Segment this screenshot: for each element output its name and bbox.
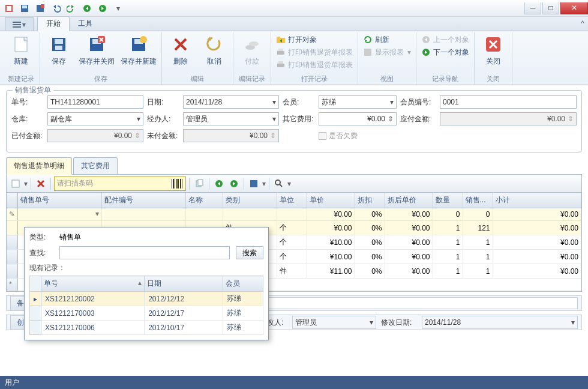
chevron-down-icon[interactable]: ▾ [390,98,394,106]
cell[interactable]: 0% [355,208,385,221]
col-sale-no[interactable]: 销售单号 [17,193,101,208]
cell[interactable]: ¥0.00 [307,208,355,221]
lookup-popup: 类型: 销售单 查找: 搜索 现有记录： 单号 ▴日期会员 ▸XS1212120… [24,227,269,340]
group-close-label: 关闭 [487,73,500,85]
minimize-button[interactable]: ─ [524,2,541,14]
col-name[interactable]: 名称 [185,193,223,208]
qat-next-icon[interactable] [96,2,109,14]
close-button[interactable]: 关闭 [477,32,509,72]
col-disc[interactable]: 折扣 [355,193,385,208]
refresh-label: 刷新 [375,35,389,45]
svg-rect-36 [175,179,175,188]
qat-save-icon[interactable] [18,2,31,14]
qat-dropdown-icon[interactable]: ▾ [112,2,125,14]
subtab-detail[interactable]: 销售退货单明细 [6,157,72,175]
refresh-button[interactable]: 刷新 [361,34,413,46]
input-paid: ¥0.00⇕ [47,129,143,142]
cell[interactable]: ¥0.00 [493,208,581,221]
popup-col-date[interactable]: 日期 [145,276,223,292]
new-button[interactable]: 新建 [5,32,37,72]
col-sale[interactable]: 销售... [463,193,493,208]
input-member-no[interactable]: 0001 [440,95,577,109]
col-qty[interactable]: 数量 [433,193,463,208]
grid-find-button[interactable] [272,177,286,190]
subtab-otherfee[interactable]: 其它费用 [73,157,118,174]
popup-type-label: 类型: [29,232,53,243]
group-save-label: 保存 [94,73,107,85]
save-new-button[interactable]: 保存并新建 [118,32,159,72]
modifier-input[interactable]: 管理员▾ [292,316,376,329]
close-icon [484,35,503,54]
value-unpaid: ¥0.00 [250,131,268,140]
popup-type-value: 销售单 [59,232,81,243]
svg-rect-37 [176,179,178,188]
checkbox-icon [319,132,326,140]
input-member[interactable]: 苏绨▾ [319,95,397,109]
col-part-no[interactable]: 配件编号 [101,193,185,208]
cell[interactable]: 0 [433,208,463,221]
svg-rect-33 [12,180,19,187]
tab-tools[interactable]: 工具 [70,17,101,31]
cell[interactable]: ¥0.00 [385,208,433,221]
col-subtotal[interactable]: 小计 [493,193,581,208]
next-label: 下一个对象 [433,47,469,58]
app-menu-button[interactable]: ▾ [5,17,34,31]
col-cat[interactable]: 类别 [223,193,277,208]
qat-undo-icon[interactable] [49,2,62,14]
popup-col-no[interactable]: 单号 ▴ [41,276,145,292]
save-button[interactable]: 保存 [43,32,75,72]
qat-redo-icon[interactable] [65,2,78,14]
barcode-input[interactable]: 请扫描条码 [54,176,186,191]
grid-delete-button[interactable] [34,177,47,190]
grid-copy-button[interactable] [193,177,206,190]
qat-prev-icon[interactable] [80,2,94,14]
col-unit[interactable]: 单位 [277,193,307,208]
qat-saveclose-icon[interactable] [34,2,47,14]
popup-search-input[interactable] [59,246,230,259]
cancel-button[interactable]: 取消 [198,32,230,72]
open-object-button[interactable]: 打开对象 [274,34,355,46]
delete-button[interactable]: 删除 [164,32,197,72]
popup-row[interactable]: XS12121700032012/12/17苏绨 [30,306,263,321]
modifier-value: 管理员 [295,318,317,328]
svg-rect-40 [182,179,182,188]
popup-row[interactable]: XS12121700062012/10/17苏绨 [30,321,263,335]
grid-export-button[interactable] [247,177,260,190]
popup-row[interactable]: ▸XS12121200022012/12/12苏绨 [30,292,263,306]
input-no[interactable]: TH1411280001 [47,95,143,109]
chevron-down-icon[interactable]: ▾ [272,115,276,123]
col-price[interactable]: 单价 [307,193,355,208]
mod-date-input[interactable]: 2014/11/28▾ [422,316,578,329]
grid-filter-row[interactable]: ✎▾ ¥0.00 0% ¥0.00 0 0 ¥0.00 [7,208,581,221]
tab-start[interactable]: 开始 [37,16,70,31]
save-new-label: 保存并新建 [121,56,157,67]
cell[interactable]: 0 [463,208,493,221]
svg-rect-35 [173,179,174,188]
label-date: 日期: [147,97,179,107]
save-close-button[interactable]: 保存并关闭 [76,32,117,72]
input-date[interactable]: 2014/11/28▾ [183,95,279,109]
ribbon-collapse-icon[interactable]: ^ [581,19,584,28]
window-close-button[interactable]: ✕ [560,2,588,14]
next-object-button[interactable]: 下一个对象 [419,46,472,58]
chevron-down-icon[interactable]: ▾ [272,98,276,106]
grid-new-button[interactable] [9,177,22,190]
input-warehouse[interactable]: 副仓库▾ [47,112,143,125]
checkbox-owe: 是否欠费 [319,131,358,141]
grid-next-button[interactable] [227,177,241,190]
label-member: 会员: [283,97,315,107]
popup-search-button[interactable]: 搜索 [236,246,263,259]
input-operator[interactable]: 管理员▾ [183,112,279,125]
group-open-label: 打开记录 [301,73,328,85]
maximize-button[interactable]: □ [542,2,559,14]
grid-prev-button[interactable] [212,177,226,190]
mod-date-label: 修改日期: [381,318,417,328]
svg-rect-39 [180,179,181,188]
mod-date-value: 2014/11/28 [425,318,461,327]
chevron-down-icon[interactable]: ▾ [137,115,140,123]
col-disc-price[interactable]: 折后单价 [385,193,433,208]
input-otherfee[interactable]: ¥0.00⇕ [319,112,397,125]
refresh-icon [363,35,373,44]
popup-col-member[interactable]: 会员 [223,276,263,292]
report-icon [363,47,373,57]
